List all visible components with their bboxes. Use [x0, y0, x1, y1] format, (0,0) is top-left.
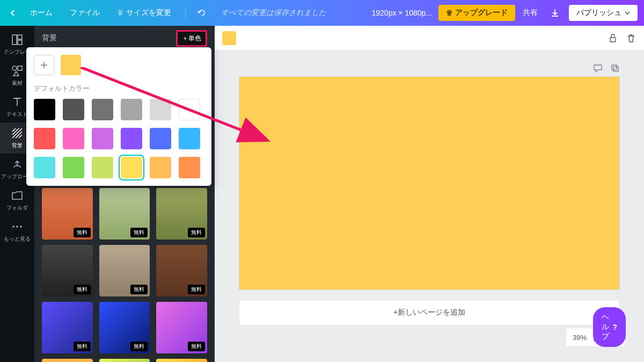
color-swatch[interactable] — [92, 99, 113, 120]
upload-icon — [11, 158, 24, 171]
resize-label: サイズを変更 — [126, 8, 171, 17]
color-swatch[interactable] — [92, 157, 113, 178]
color-swatch[interactable] — [63, 157, 84, 178]
canvas-area: +新しいページを追加 39% ヘルプ ? — [215, 26, 644, 362]
current-color[interactable] — [61, 55, 81, 75]
svg-point-6 — [16, 226, 18, 228]
color-swatch[interactable] — [150, 157, 171, 178]
background-thumb[interactable]: 無料 — [156, 188, 207, 240]
color-swatch[interactable] — [121, 99, 142, 120]
free-tag: 無料 — [130, 342, 148, 351]
undo-button[interactable] — [193, 4, 210, 21]
crown-icon: ♕ — [117, 8, 124, 17]
svg-rect-8 — [610, 38, 616, 42]
svg-point-3 — [12, 66, 17, 70]
color-swatch[interactable] — [179, 157, 200, 178]
background-thumb[interactable]: 無料 — [42, 245, 93, 296]
upgrade-button[interactable]: ♕アップグレード — [438, 5, 515, 21]
color-swatch[interactable] — [121, 157, 142, 178]
free-tag: 無料 — [74, 228, 91, 237]
text-icon — [11, 96, 24, 108]
rail-folder[interactable]: フォルダ — [0, 185, 34, 216]
lock-icon[interactable] — [608, 33, 618, 44]
help-icon: ? — [612, 323, 617, 331]
background-thumb[interactable]: 無料 — [156, 359, 207, 362]
trash-icon[interactable] — [626, 33, 636, 44]
background-thumb[interactable]: 無料 — [42, 302, 93, 353]
download-icon — [550, 8, 560, 18]
add-page-button[interactable]: +新しいページを追加 — [239, 300, 620, 325]
share-button[interactable]: 共有 — [515, 5, 545, 21]
background-icon — [11, 127, 24, 140]
toolbar-right — [608, 33, 636, 44]
free-tag: 無料 — [130, 228, 148, 237]
color-swatch[interactable] — [34, 128, 55, 149]
color-popover: + デフォルトカラー — [26, 47, 211, 186]
page-controls — [239, 63, 620, 73]
back-button[interactable] — [6, 6, 19, 19]
chevron-left-icon — [10, 10, 16, 16]
color-swatch[interactable] — [63, 128, 84, 149]
rail-label: もっと見る — [4, 235, 31, 243]
elements-icon — [11, 64, 24, 77]
color-swatch[interactable] — [179, 99, 200, 120]
color-swatch[interactable] — [34, 99, 55, 120]
canvas-toolbar — [215, 26, 644, 50]
color-swatch[interactable] — [63, 99, 84, 120]
save-status: すべての変更は保存されました — [221, 8, 326, 18]
color-swatch[interactable] — [179, 128, 200, 149]
background-thumb[interactable]: 無料 — [42, 359, 93, 362]
home-button[interactable]: ホーム — [24, 5, 59, 21]
publish-button[interactable]: パブリッシュ — [569, 5, 638, 21]
color-swatch[interactable] — [121, 128, 142, 149]
publish-label: パブリッシュ — [576, 8, 621, 18]
free-tag: 無料 — [74, 342, 91, 351]
download-button[interactable] — [545, 3, 565, 23]
rail-label: 背景 — [12, 142, 23, 149]
template-icon — [11, 33, 24, 46]
comment-icon[interactable] — [593, 63, 603, 73]
svg-rect-1 — [18, 35, 22, 39]
free-tag: 無料 — [188, 342, 205, 351]
duplicate-icon[interactable] — [610, 63, 620, 73]
background-thumb[interactable]: 無料 — [99, 188, 150, 240]
svg-rect-9 — [612, 65, 617, 70]
background-thumb[interactable]: 無料 — [99, 302, 150, 353]
background-color-chip[interactable] — [222, 31, 236, 45]
free-tag: 無料 — [130, 285, 148, 294]
color-swatch[interactable] — [150, 128, 171, 149]
divider — [185, 8, 186, 18]
default-colors-label: デフォルトカラー — [34, 84, 204, 93]
background-thumb[interactable]: 無料 — [99, 245, 150, 296]
color-swatch[interactable] — [150, 99, 171, 120]
help-button[interactable]: ヘルプ ? — [593, 307, 626, 347]
file-menu[interactable]: ファイル — [63, 5, 106, 21]
canvas-page[interactable] — [239, 76, 620, 290]
background-thumb[interactable]: 無料 — [42, 188, 93, 240]
resize-button[interactable]: ♕サイズを変更 — [111, 5, 178, 21]
zoom-value[interactable]: 39% — [573, 334, 587, 342]
free-tag: 無料 — [74, 285, 91, 294]
background-thumb[interactable]: 無料 — [99, 359, 150, 362]
svg-rect-10 — [613, 67, 618, 71]
dimensions-display[interactable]: 1920px × 1080p... — [365, 9, 439, 17]
background-thumb[interactable]: 無料 — [156, 302, 207, 353]
color-swatch[interactable] — [34, 157, 55, 178]
folder-icon — [11, 189, 24, 202]
svg-point-7 — [20, 226, 22, 228]
more-icon — [11, 220, 24, 233]
rail-label: フォルダ — [6, 204, 28, 212]
top-bar: ホーム ファイル ♕サイズを変更 すべての変更は保存されました 1920px ×… — [0, 0, 644, 26]
topbar-left: ホーム ファイル ♕サイズを変更 すべての変更は保存されました — [6, 4, 326, 21]
background-thumb[interactable]: 無料 — [156, 245, 207, 296]
background-thumbnails: 無料無料無料無料無料無料無料無料無料無料無料無料 — [34, 183, 215, 362]
canvas-scroll[interactable]: +新しいページを追加 — [215, 50, 644, 362]
add-color-button[interactable]: + — [34, 55, 54, 75]
svg-rect-2 — [18, 40, 22, 45]
rail-more[interactable]: もっと見る — [0, 216, 34, 247]
solid-color-button[interactable]: ＋単色 — [176, 30, 207, 47]
rail-label: テキスト — [6, 111, 28, 118]
crown-icon: ♕ — [446, 9, 453, 17]
color-swatch[interactable] — [92, 128, 113, 149]
svg-point-5 — [12, 226, 14, 228]
